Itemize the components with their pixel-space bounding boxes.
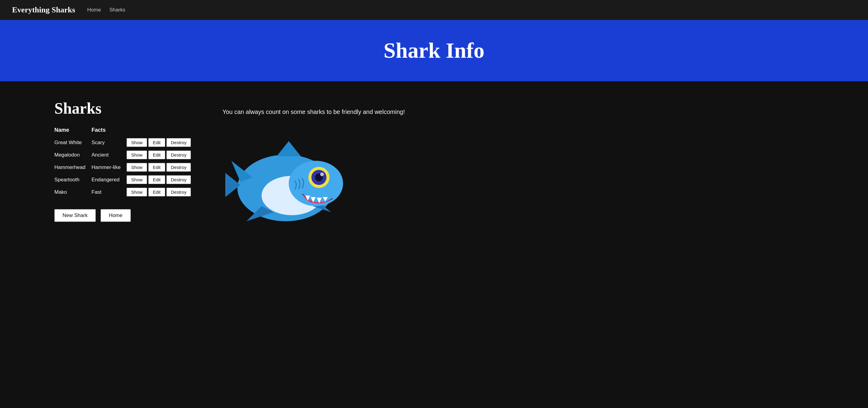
shark-facts: Scary xyxy=(92,136,127,149)
right-panel: You can always count on some sharks to b… xyxy=(222,99,814,227)
shark-edit-button[interactable]: Edit xyxy=(148,150,165,159)
shark-actions: ShowEditDestroy xyxy=(127,149,198,161)
shark-name: Great White xyxy=(54,136,92,149)
navbar-brand: Everything Sharks xyxy=(12,5,75,14)
col-name: Name xyxy=(54,126,92,136)
navbar: Everything Sharks Home Sharks xyxy=(0,0,868,20)
shark-name: Speartooth xyxy=(54,173,92,186)
sharks-table: Name Facts Great WhiteScaryShowEditDestr… xyxy=(54,126,198,198)
shark-illustration xyxy=(222,124,349,227)
shark-actions: ShowEditDestroy xyxy=(127,186,198,198)
shark-edit-button[interactable]: Edit xyxy=(148,188,165,197)
col-facts: Facts xyxy=(92,126,127,136)
shark-actions: ShowEditDestroy xyxy=(127,161,198,173)
left-panel: Sharks Name Facts Great WhiteScaryShowEd… xyxy=(54,99,198,222)
shark-name: Mako xyxy=(54,186,92,198)
shark-destroy-button[interactable]: Destroy xyxy=(166,175,191,184)
sharks-heading: Sharks xyxy=(54,99,198,117)
new-shark-button[interactable]: New Shark xyxy=(54,209,96,222)
navbar-link-home[interactable]: Home xyxy=(87,7,101,13)
shark-destroy-button[interactable]: Destroy xyxy=(166,150,191,159)
table-row: Great WhiteScaryShowEditDestroy xyxy=(54,136,198,149)
shark-name: Megalodon xyxy=(54,149,92,161)
main-content: Sharks Name Facts Great WhiteScaryShowEd… xyxy=(0,81,868,245)
shark-name: Hammerhead xyxy=(54,161,92,173)
svg-marker-4 xyxy=(277,141,301,156)
shark-actions: ShowEditDestroy xyxy=(127,173,198,186)
shark-show-button[interactable]: Show xyxy=(127,188,147,197)
table-row: MakoFastShowEditDestroy xyxy=(54,186,198,198)
hero-section: Shark Info xyxy=(0,20,868,81)
svg-point-11 xyxy=(320,173,324,176)
shark-edit-button[interactable]: Edit xyxy=(148,175,165,184)
shark-destroy-button[interactable]: Destroy xyxy=(166,138,191,147)
shark-edit-button[interactable]: Edit xyxy=(148,163,165,172)
navbar-links: Home Sharks xyxy=(87,7,125,13)
shark-actions: ShowEditDestroy xyxy=(127,136,198,149)
shark-facts: Hammer-like xyxy=(92,161,127,173)
bottom-buttons: New Shark Home xyxy=(54,209,198,222)
shark-show-button[interactable]: Show xyxy=(127,138,147,147)
shark-facts: Fast xyxy=(92,186,127,198)
table-row: HammerheadHammer-likeShowEditDestroy xyxy=(54,161,198,173)
home-button[interactable]: Home xyxy=(100,209,130,222)
navbar-link-sharks[interactable]: Sharks xyxy=(109,7,125,13)
hero-title: Shark Info xyxy=(12,38,856,63)
tagline: You can always count on some sharks to b… xyxy=(222,109,405,115)
table-row: SpeartoothEndangeredShowEditDestroy xyxy=(54,173,198,186)
shark-edit-button[interactable]: Edit xyxy=(148,138,165,147)
shark-facts: Ancient xyxy=(92,149,127,161)
table-row: MegalodonAncientShowEditDestroy xyxy=(54,149,198,161)
shark-show-button[interactable]: Show xyxy=(127,175,147,184)
shark-show-button[interactable]: Show xyxy=(127,150,147,159)
shark-facts: Endangered xyxy=(92,173,127,186)
shark-destroy-button[interactable]: Destroy xyxy=(166,188,191,197)
shark-destroy-button[interactable]: Destroy xyxy=(166,163,191,172)
shark-show-button[interactable]: Show xyxy=(127,163,147,172)
